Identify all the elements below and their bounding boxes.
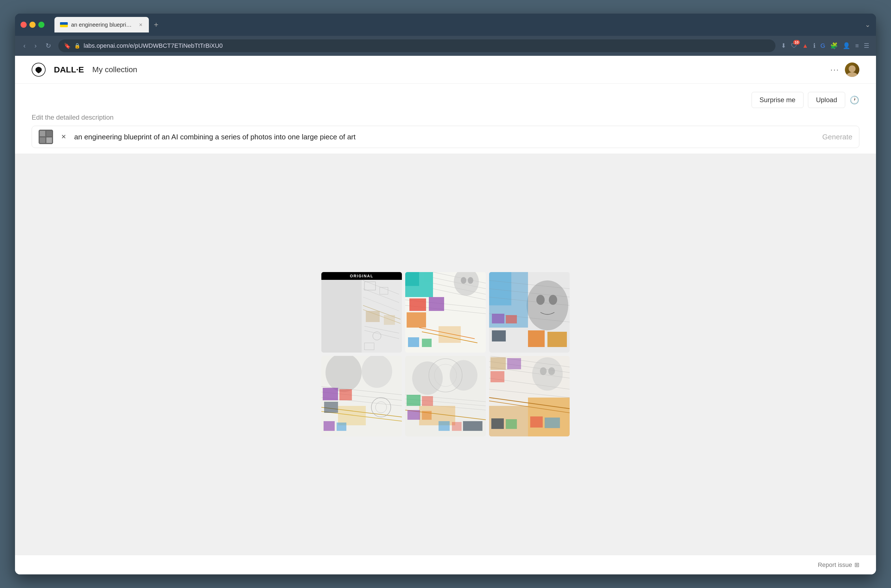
svg-rect-68 xyxy=(340,389,352,400)
title-bar-right: ⌄ xyxy=(865,21,870,28)
download-icon[interactable]: ⬇ xyxy=(781,42,786,50)
report-icon: ⊞ xyxy=(854,561,859,568)
prompt-text: an engineering blueprint of an AI combin… xyxy=(74,133,817,141)
svg-rect-107 xyxy=(491,418,504,429)
extension-icon[interactable]: 🧩 xyxy=(830,42,838,50)
more-options-button[interactable]: ··· xyxy=(831,65,839,74)
title-bar: an engineering blueprint of an / ✕ + ⌄ xyxy=(15,14,876,36)
svg-rect-25 xyxy=(405,272,419,286)
window-controls-icon: ⌄ xyxy=(865,21,870,28)
image-cell-original[interactable]: ORIGINAL xyxy=(322,272,402,352)
images-section: ORIGINAL xyxy=(15,153,876,555)
brand-title: DALL·E xyxy=(54,65,84,74)
traffic-lights xyxy=(21,22,44,28)
maximize-button[interactable] xyxy=(38,22,44,28)
tab-flag-icon xyxy=(60,22,68,27)
forward-button[interactable]: › xyxy=(33,40,38,51)
active-tab[interactable]: an engineering blueprint of an / ✕ xyxy=(54,17,149,33)
image-cell-2[interactable] xyxy=(405,272,486,352)
dalle-header: DALL·E My collection ··· xyxy=(15,56,876,84)
my-collection-link[interactable]: My collection xyxy=(92,65,137,74)
svg-point-37 xyxy=(468,277,473,284)
original-badge: ORIGINAL xyxy=(322,272,402,280)
images-grid: ORIGINAL xyxy=(322,272,569,436)
svg-point-36 xyxy=(461,277,466,284)
svg-rect-54 xyxy=(547,332,567,347)
svg-rect-100 xyxy=(507,358,521,369)
svg-rect-109 xyxy=(530,416,543,428)
svg-rect-55 xyxy=(492,314,504,323)
upload-button[interactable]: Upload xyxy=(808,92,845,108)
report-issue-text: Report issue xyxy=(818,561,852,568)
svg-rect-18 xyxy=(384,315,395,325)
browser-window: an engineering blueprint of an / ✕ + ⌄ ‹… xyxy=(15,14,876,574)
svg-point-1 xyxy=(849,65,856,72)
lines-icon[interactable]: ≡ xyxy=(855,42,859,50)
tabs-area: an engineering blueprint of an / ✕ + xyxy=(54,17,861,33)
svg-rect-69 xyxy=(324,402,338,413)
address-bar-actions: ⬇ 🛡10 ▲ ℹ G 🧩 👤 ≡ ☰ xyxy=(781,42,869,50)
image-cell-6[interactable] xyxy=(489,356,569,436)
svg-rect-99 xyxy=(490,357,506,370)
svg-rect-86 xyxy=(407,410,420,420)
generated-image-3 xyxy=(489,272,569,352)
google-icon[interactable]: G xyxy=(820,42,825,50)
prompt-bar[interactable]: ✕ an engineering blueprint of an AI comb… xyxy=(32,126,859,148)
profile-icon[interactable]: 👤 xyxy=(843,42,850,50)
svg-rect-41 xyxy=(408,337,419,347)
prompt-thumbnail xyxy=(39,130,53,144)
generate-button[interactable]: Generate xyxy=(822,133,852,141)
menu-icon[interactable]: ☰ xyxy=(864,42,869,50)
svg-rect-42 xyxy=(422,339,431,347)
minimize-button[interactable] xyxy=(29,22,36,28)
clear-prompt-button[interactable]: ✕ xyxy=(59,132,69,142)
svg-rect-71 xyxy=(337,423,346,431)
svg-point-77 xyxy=(412,362,443,395)
shield-icon[interactable]: 🛡10 xyxy=(791,42,797,50)
image-cell-4[interactable] xyxy=(322,356,402,436)
surprise-me-button[interactable]: Surprise me xyxy=(751,92,804,108)
new-tab-button[interactable]: + xyxy=(151,20,161,29)
image-cell-5[interactable] xyxy=(405,356,486,436)
info-icon[interactable]: ℹ xyxy=(813,42,816,50)
address-bar[interactable]: 🔖 🔒 labs.openai.com/e/pUWDWBCT7ETiNebTtT… xyxy=(58,39,775,52)
generated-image-4 xyxy=(322,356,402,436)
tab-close-button[interactable]: ✕ xyxy=(138,22,143,27)
generated-image-5 xyxy=(405,356,486,436)
svg-point-78 xyxy=(450,360,478,391)
svg-rect-66 xyxy=(338,406,366,425)
svg-rect-32 xyxy=(409,298,426,311)
svg-point-51 xyxy=(536,295,545,305)
close-button[interactable] xyxy=(21,22,27,28)
svg-rect-33 xyxy=(429,297,444,311)
back-button[interactable]: ‹ xyxy=(22,40,27,51)
history-icon[interactable]: 🕐 xyxy=(850,96,859,105)
alert-icon[interactable]: ▲ xyxy=(802,42,808,50)
dalle-logo-icon xyxy=(32,63,45,76)
url-display: labs.openai.com/e/pUWDWBCT7ETiNebTtTrBiX… xyxy=(84,42,770,50)
bookmark-icon: 🔖 xyxy=(64,42,71,49)
image-cell-3[interactable] xyxy=(489,272,569,352)
svg-point-52 xyxy=(549,295,557,305)
svg-rect-5 xyxy=(47,131,52,136)
svg-rect-67 xyxy=(323,388,338,400)
report-issue-link[interactable]: Report issue ⊞ xyxy=(818,561,859,568)
svg-rect-4 xyxy=(40,131,45,136)
user-avatar[interactable] xyxy=(845,63,859,77)
svg-rect-56 xyxy=(506,315,517,323)
svg-rect-70 xyxy=(323,421,335,431)
address-bar-row: ‹ › ↻ 🔖 🔒 labs.openai.com/e/pUWDWBCT7ETi… xyxy=(15,36,876,56)
svg-rect-88 xyxy=(439,421,450,431)
svg-rect-7 xyxy=(47,137,52,143)
prompt-label: Edit the detailed description xyxy=(32,114,859,122)
lock-icon: 🔒 xyxy=(74,43,80,49)
svg-rect-17 xyxy=(366,311,380,322)
main-content: DALL·E My collection ··· Surprise me Upl… xyxy=(15,56,876,574)
footer: Report issue ⊞ xyxy=(15,555,876,574)
svg-rect-57 xyxy=(492,330,506,342)
svg-rect-108 xyxy=(506,419,517,429)
original-image xyxy=(322,272,402,352)
header-right: ··· xyxy=(831,63,859,77)
svg-rect-89 xyxy=(452,422,461,431)
refresh-button[interactable]: ↻ xyxy=(44,40,53,51)
